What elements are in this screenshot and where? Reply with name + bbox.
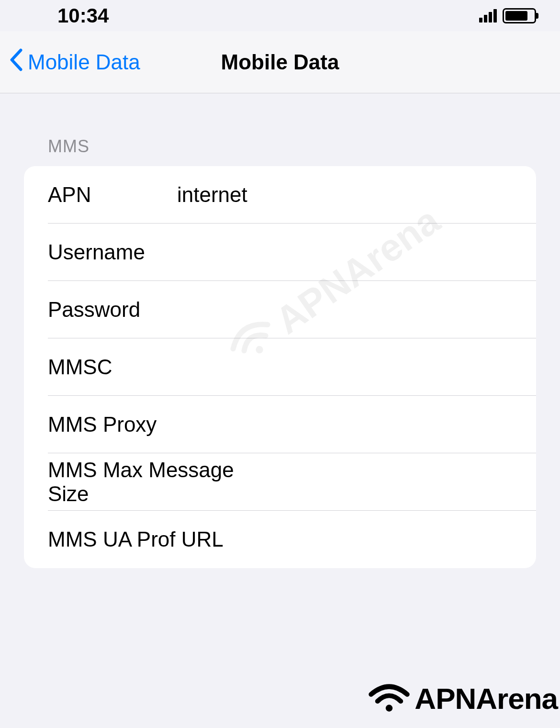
battery-icon [503,8,536,23]
back-button[interactable]: Mobile Data [10,48,140,76]
password-input[interactable] [177,298,512,322]
chevron-left-icon [10,48,23,76]
setting-row-password[interactable]: Password [24,281,536,338]
setting-label: MMS UA Prof URL [48,527,224,551]
cellular-signal-icon [479,9,497,22]
navigation-bar: Mobile Data Mobile Data [0,31,560,93]
footer-logo-text: APNArena [414,682,558,716]
back-label: Mobile Data [28,50,140,74]
mmsc-input[interactable] [177,355,512,379]
username-input[interactable] [177,240,512,264]
setting-row-mms-ua-prof[interactable]: MMS UA Prof URL [24,511,536,568]
setting-row-username[interactable]: Username [24,224,536,281]
section-header-mms: MMS [0,108,560,166]
setting-row-apn[interactable]: APN [24,166,536,224]
mms-proxy-input[interactable] [177,413,512,437]
page-title: Mobile Data [221,50,339,74]
mms-max-size-input[interactable] [249,470,512,494]
settings-card: APN Username Password MMSC MMS Proxy MMS… [24,166,536,568]
svg-point-1 [386,705,392,711]
status-bar: 10:34 [0,0,560,31]
wifi-icon [368,681,411,716]
status-time: 10:34 [57,4,109,27]
footer-logo: APNArena [368,681,558,716]
setting-label: MMS Proxy [48,413,177,437]
setting-label: Password [48,298,177,322]
apn-input[interactable] [177,183,512,207]
mms-ua-prof-input[interactable] [224,527,512,551]
setting-label: APN [48,183,177,207]
setting-row-mms-proxy[interactable]: MMS Proxy [24,396,536,453]
setting-label: Username [48,240,177,264]
status-right [479,8,536,23]
setting-label: MMSC [48,355,177,379]
setting-row-mmsc[interactable]: MMSC [24,338,536,396]
setting-label: MMS Max Message Size [48,458,249,506]
setting-row-mms-max-size[interactable]: MMS Max Message Size [24,453,536,511]
content: MMS APN Username Password MMSC MMS Proxy… [0,93,560,582]
